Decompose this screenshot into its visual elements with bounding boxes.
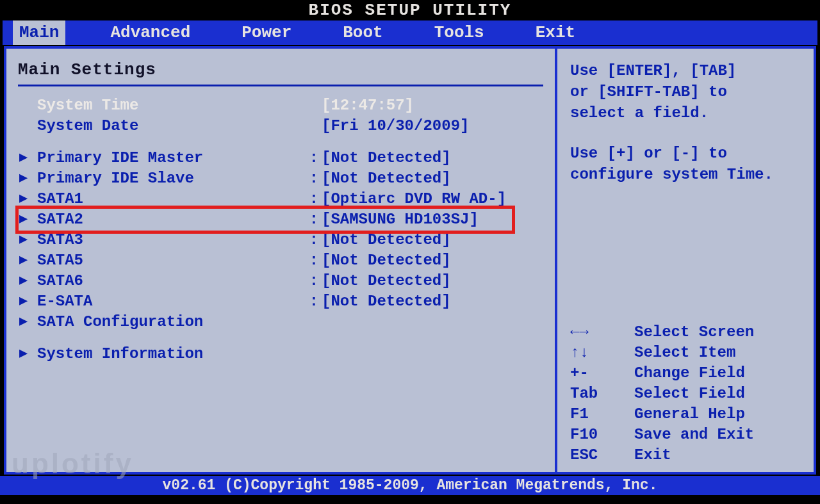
legend-row: ↑↓Select Item	[570, 343, 803, 363]
triangle-right-icon: ▶	[18, 312, 37, 332]
menu-tab-boot[interactable]: Boot	[336, 20, 389, 45]
device-row[interactable]: ▶SATA1:[Optiarc DVD RW AD-]	[18, 189, 543, 209]
device-value: [Not Detected]	[322, 230, 451, 250]
device-row[interactable]: ▶Primary IDE Master:[Not Detected]	[18, 148, 543, 168]
colon: :	[306, 291, 322, 312]
legend-desc: Exit	[634, 445, 671, 466]
legend-row: ←→Select Screen	[570, 322, 803, 343]
device-row[interactable]: ▶SATA6:[Not Detected]	[18, 271, 543, 291]
colon: :	[306, 230, 322, 250]
legend-key: ↑↓	[570, 343, 634, 363]
system-time-value[interactable]: [12:47:57]	[322, 95, 414, 116]
device-row[interactable]: ▶SATA5:[Not Detected]	[18, 250, 543, 271]
device-label: SATA2	[37, 209, 306, 230]
help-line: Use [+] or [-] to	[570, 143, 803, 164]
right-pane: Use [ENTER], [TAB] or [SHIFT-TAB] to sel…	[557, 49, 814, 472]
footer-bar: v02.61 (C)Copyright 1985-2009, American …	[0, 476, 820, 495]
row-system-date[interactable]: System Date [Fri 10/30/2009]	[18, 116, 543, 136]
device-value: [SAMSUNG HD103SJ]	[322, 209, 479, 230]
title-bar: BIOS SETUP UTILITY	[0, 0, 820, 20]
colon: :	[306, 250, 322, 271]
spacer	[18, 332, 543, 344]
device-label: SATA5	[37, 250, 306, 271]
legend-row: F1General Help	[570, 404, 803, 425]
menu-tab-advanced[interactable]: Advanced	[104, 20, 197, 45]
system-date-label: System Date	[37, 116, 306, 136]
spacer	[570, 124, 803, 143]
help-line: select a field.	[570, 102, 803, 124]
legend-key: F10	[570, 425, 634, 445]
triangle-right-icon: ▶	[18, 148, 37, 168]
triangle-right-icon: ▶	[18, 209, 37, 230]
device-value: [Optiarc DVD RW AD-]	[322, 189, 506, 209]
help-line: Use [ENTER], [TAB]	[570, 60, 803, 81]
legend-key: ESC	[570, 445, 634, 466]
device-label: SATA6	[37, 271, 306, 291]
spacer	[18, 136, 543, 148]
triangle-right-icon: ▶	[18, 271, 37, 291]
device-label: SATA3	[37, 230, 306, 250]
legend-key: ←→	[570, 322, 634, 343]
triangle-right-icon: ▶	[18, 230, 37, 250]
device-value: [Not Detected]	[322, 148, 451, 168]
device-row[interactable]: ▶SATA2:[SAMSUNG HD103SJ]	[18, 209, 543, 230]
main-area: Main Settings System Time [12:47:57] Sys…	[4, 46, 816, 475]
menu-tab-power[interactable]: Power	[235, 20, 298, 45]
legend-desc: Select Screen	[634, 322, 754, 343]
device-label: Primary IDE Master	[37, 148, 306, 168]
row-system-information[interactable]: ▶ System Information	[18, 344, 543, 364]
device-value: [Not Detected]	[322, 271, 451, 291]
menu-tab-main[interactable]: Main	[13, 20, 65, 45]
device-label: SATA Configuration	[37, 312, 306, 332]
device-row[interactable]: ▶SATA3:[Not Detected]	[18, 230, 543, 250]
legend-row: +-Change Field	[570, 363, 803, 384]
legend-desc: General Help	[634, 404, 745, 425]
left-pane: Main Settings System Time [12:47:57] Sys…	[6, 49, 557, 472]
legend-key: +-	[570, 363, 634, 384]
triangle-right-icon: ▶	[18, 168, 37, 189]
legend-row: F10Save and Exit	[570, 425, 803, 445]
triangle-right-icon: ▶	[18, 250, 37, 271]
menu-tab-exit[interactable]: Exit	[529, 20, 582, 45]
device-label: Primary IDE Slave	[37, 168, 306, 189]
device-label: E-SATA	[37, 291, 306, 312]
system-time-label: System Time	[37, 95, 306, 116]
colon: :	[306, 209, 322, 230]
system-information-label: System Information	[37, 344, 306, 364]
legend-row: TabSelect Field	[570, 384, 803, 404]
legend-key: Tab	[570, 384, 634, 404]
legend-desc: Select Item	[634, 343, 735, 363]
device-value: [Not Detected]	[322, 250, 451, 271]
legend-row: ESCExit	[570, 445, 803, 466]
device-value: [Not Detected]	[322, 168, 451, 189]
legend-desc: Select Field	[634, 384, 745, 404]
help-line: or [SHIFT-TAB] to	[570, 81, 803, 102]
help-text: Use [ENTER], [TAB] or [SHIFT-TAB] to sel…	[570, 60, 803, 185]
colon: :	[306, 189, 322, 209]
row-system-time[interactable]: System Time [12:47:57]	[18, 95, 543, 116]
triangle-right-icon: ▶	[18, 344, 37, 364]
key-legend: ←→Select Screen↑↓Select Item+-Change Fie…	[570, 322, 803, 466]
legend-desc: Change Field	[634, 363, 745, 384]
legend-key: F1	[570, 404, 634, 425]
colon: :	[306, 271, 322, 291]
bios-screen: BIOS SETUP UTILITY MainAdvancedPowerBoot…	[0, 0, 820, 504]
menu-bar: MainAdvancedPowerBootToolsExit	[3, 20, 817, 45]
device-label: SATA1	[37, 189, 306, 209]
device-value: [Not Detected]	[322, 291, 451, 312]
device-row[interactable]: ▶E-SATA:[Not Detected]	[18, 291, 543, 312]
colon: :	[306, 168, 322, 189]
triangle-right-icon: ▶	[18, 189, 37, 209]
device-row[interactable]: ▶Primary IDE Slave:[Not Detected]	[18, 168, 543, 189]
colon: :	[306, 148, 322, 168]
section-title: Main Settings	[18, 60, 543, 86]
triangle-right-icon: ▶	[18, 291, 37, 312]
device-row[interactable]: ▶SATA Configuration	[18, 312, 543, 332]
legend-desc: Save and Exit	[634, 425, 754, 445]
help-line: configure system Time.	[570, 164, 803, 185]
system-date-value[interactable]: [Fri 10/30/2009]	[322, 116, 469, 136]
menu-tab-tools[interactable]: Tools	[428, 20, 491, 45]
